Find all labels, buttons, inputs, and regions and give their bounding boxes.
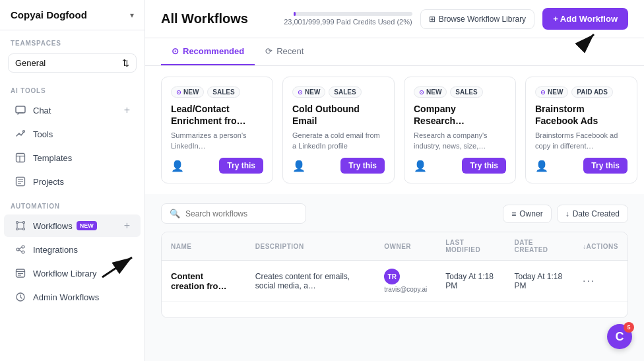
card-person-icon-2: 👤 [414,160,427,172]
svg-point-10 [23,222,25,224]
card-title-0: Lead/Contact Enrichment fro… [171,103,263,127]
table-wrap: NAME DESCRIPTION OWNER LAST MODIFIED DAT… [161,232,628,318]
brand-name: Copyai Dogfood [11,9,87,20]
card-badge-new-icon-0: ⊙ [176,89,181,96]
card-title-2: Company Research… [414,103,506,127]
card-badge-sales-2: SALES [450,86,482,98]
templates-icon [15,152,26,164]
workflows-table: NAME DESCRIPTION OWNER LAST MODIFIED DAT… [162,232,628,317]
card-footer-2: 👤 Try this [414,158,506,174]
sidebar-item-workflow-library[interactable]: Workflow Library [4,262,141,284]
empty-row [162,302,628,318]
table-row-empty [162,302,628,318]
owner-filter-button[interactable]: ≡ Owner [503,205,551,223]
table-row: Content creation fro… Creates content fo… [162,261,628,302]
credits-text: 23,001/999,999 Paid Credits Used (2%) [284,18,412,26]
card-badge-new-2: ⊙NEW [414,86,447,98]
teamspace-select[interactable]: General ⇅ [8,53,137,73]
card-badge-new-icon-3: ⊙ [540,89,546,96]
try-button-1[interactable]: Try this [340,158,385,174]
c-badge[interactable]: C 5 [607,324,632,349]
card-person-icon-0: 👤 [171,160,184,172]
recent-tab-icon: ⟳ [265,46,273,56]
row-actions[interactable]: ··· [573,261,628,302]
workflows-label: Workflows [33,221,73,231]
card-badges-1: ⊙NEW SALES [292,86,385,98]
col-name: NAME [162,232,246,261]
svg-point-17 [16,248,19,251]
sidebar-item-tools[interactable]: Tools [4,123,141,145]
card-title-3: Brainstorm Facebook Ads [535,103,628,127]
sidebar-item-chat[interactable]: Chat + [4,99,141,121]
search-icon: 🔍 [170,209,180,218]
tabs-bar: ⊙ Recommended ⟳ Recent [145,38,644,66]
svg-point-11 [16,228,18,230]
card-person-icon-3: 👤 [535,160,548,172]
card-badge-new-0: ⊙NEW [171,86,204,98]
card-badges-3: ⊙NEW PAID ADS [535,86,628,98]
ai-tools-label: AI TOOLS [0,78,145,98]
date-filter-icon: ↓ [565,209,569,218]
col-description: DESCRIPTION [246,232,375,261]
row-last-modified: Today At 1:18 PM [436,261,505,302]
search-box[interactable]: 🔍 [161,203,306,224]
card-desc-0: Summarizes a person's LinkedIn… [171,131,263,151]
row-name[interactable]: Content creation fro… [162,261,246,302]
sidebar-item-projects[interactable]: Projects [4,170,141,193]
main-header: All Workflows 23,001/999,999 Paid Credit… [145,0,644,38]
cards-row: ⊙NEW SALES Lead/Contact Enrichment fro… … [161,77,628,183]
browse-library-button[interactable]: ⊞ Browse Workflow Library [420,9,534,29]
card-badge-new-1: ⊙NEW [292,86,325,98]
owner-email: travis@copy.ai [384,286,427,293]
sidebar-item-admin-workflows[interactable]: Admin Workflows [4,286,141,308]
svg-point-12 [23,228,25,230]
credits-info: 23,001/999,999 Paid Credits Used (2%) [284,12,412,26]
svg-rect-2 [16,154,25,162]
date-filter-button[interactable]: ↓ Date Created [557,205,628,223]
workflow-card-3: ⊙NEW PAID ADS Brainstorm Facebook Ads Br… [525,77,637,183]
owner-filter-label: Owner [519,209,542,218]
card-title-1: Cold Outbound Email [292,103,385,127]
col-owner: OWNER [375,232,436,261]
workflows-add-icon[interactable]: + [124,220,130,232]
search-input[interactable] [185,209,298,218]
workflow-library-label: Workflow Library [33,269,97,279]
card-footer-0: 👤 Try this [171,158,263,174]
sidebar-item-templates[interactable]: Templates [4,147,141,169]
sidebar-item-integrations[interactable]: Integrations [4,238,141,261]
admin-workflows-label: Admin Workflows [33,292,99,302]
tab-recent[interactable]: ⟳ Recent [255,38,314,65]
credits-bar-track [294,12,412,16]
tools-label: Tools [33,129,53,139]
date-filter-label: Date Created [573,209,620,218]
try-button-3[interactable]: Try this [583,158,628,174]
tab-recommended[interactable]: ⊙ Recommended [161,38,255,65]
table-toolbar: 🔍 ≡ Owner ↓ Date Created [161,203,628,224]
sidebar-header[interactable]: Copyai Dogfood ▾ [0,0,145,30]
card-badge-sales-1: SALES [329,86,361,98]
card-badge-paidads-3: PAID ADS [571,86,613,98]
card-footer-1: 👤 Try this [292,158,385,174]
chat-label: Chat [33,106,51,115]
sidebar-item-workflows[interactable]: Workflows NEW + [4,214,141,237]
recommended-tab-label: Recommended [183,46,244,56]
card-badge-new-3: ⊙NEW [535,86,568,98]
svg-point-1 [23,131,25,133]
try-button-0[interactable]: Try this [219,158,263,174]
chat-add-icon[interactable]: + [124,104,130,116]
actions-menu-icon[interactable]: ··· [583,275,595,286]
card-desc-1: Generate a cold email from a LinkedIn pr… [292,131,385,151]
teamspaces-label: TEAMSPACES [0,30,145,51]
svg-point-19 [22,251,24,253]
workflows-icon [15,220,26,232]
projects-label: Projects [33,177,64,187]
card-badges-0: ⊙NEW SALES [171,86,263,98]
page-title: All Workflows [161,11,248,26]
teamspace-name: General [15,58,46,68]
browse-library-label: Browse Workflow Library [439,15,526,24]
card-badge-new-icon-1: ⊙ [298,89,303,96]
card-badges-2: ⊙NEW SALES [414,86,506,98]
try-button-2[interactable]: Try this [462,158,506,174]
integrations-icon [15,244,26,255]
add-workflow-button[interactable]: + Add Workflow [542,8,628,30]
